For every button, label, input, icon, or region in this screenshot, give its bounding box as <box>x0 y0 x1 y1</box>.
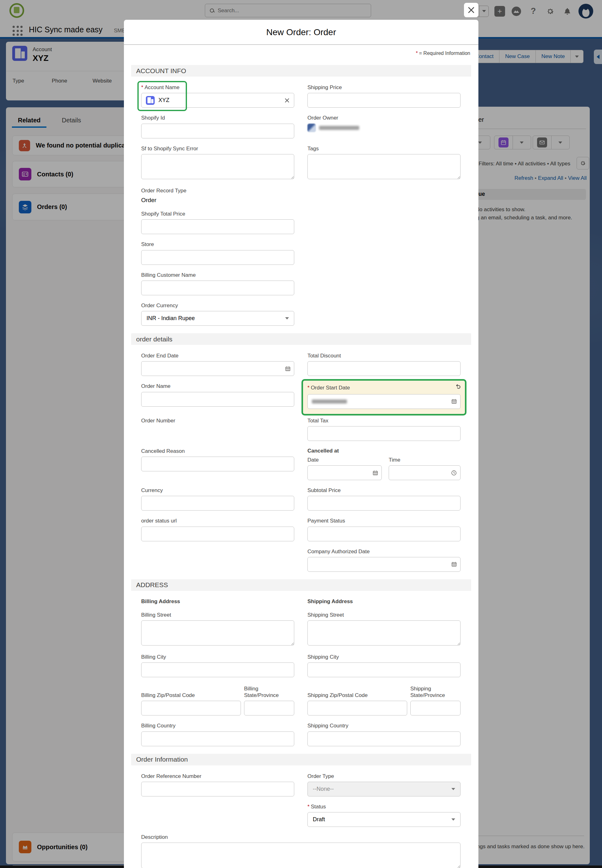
undo-icon[interactable] <box>456 384 461 391</box>
total-discount-input[interactable] <box>307 361 461 376</box>
field-order-end-date: Order End Date <box>141 352 294 376</box>
field-shopify-id: Shopify Id <box>141 115 294 138</box>
billing-zip-input[interactable] <box>141 701 241 716</box>
order-end-date-input[interactable] <box>141 361 294 376</box>
shipping-address-header: Shipping Address <box>307 598 461 605</box>
cancelled-date-input[interactable] <box>307 465 382 480</box>
field-order-status-url: order status url <box>141 518 294 541</box>
calendar-icon[interactable] <box>452 399 457 404</box>
shipping-city-input[interactable] <box>307 662 461 677</box>
shopify-id-input[interactable] <box>141 124 294 138</box>
billing-street-textarea[interactable] <box>141 621 294 645</box>
section-address: ADDRESS <box>131 579 471 591</box>
total-tax-input[interactable] <box>307 426 461 441</box>
modal-title: New Order: Order <box>124 20 478 45</box>
field-shipping-city: Shipping City <box>307 654 461 677</box>
field-order-type: Order Type --None-- <box>307 773 461 796</box>
subtotal-price-input[interactable] <box>307 496 461 510</box>
field-billing-customer-name: Billing Customer Name <box>141 272 294 295</box>
store-input[interactable] <box>141 250 294 265</box>
calendar-icon[interactable] <box>373 470 378 475</box>
field-order-record-type: Order Record Type Order <box>141 187 294 204</box>
shopify-total-price-input[interactable] <box>141 219 294 234</box>
billing-customer-name-input[interactable] <box>141 281 294 295</box>
order-owner-avatar <box>307 124 316 132</box>
field-shipping-country: Shipping Country <box>307 722 461 746</box>
modal-close-button[interactable] <box>464 3 478 17</box>
company-authorized-date-input[interactable] <box>307 557 461 572</box>
field-subtotal-price: Subtotal Price <box>307 487 461 510</box>
field-shipping-price: Shipping Price <box>307 84 461 108</box>
field-currency: Currency <box>141 487 294 510</box>
billing-state-input[interactable] <box>244 701 294 716</box>
field-cancelled-reason: Cancelled Reason <box>141 448 294 480</box>
account-pill-icon <box>146 96 155 105</box>
field-order-currency: Order Currency INR - Indian Rupee <box>141 302 294 326</box>
order-start-date-value-redacted <box>312 399 347 404</box>
calendar-icon[interactable] <box>452 562 457 567</box>
clock-icon[interactable] <box>451 470 457 476</box>
currency-input[interactable] <box>141 496 294 510</box>
field-shipping-street: Shipping Street <box>307 611 461 647</box>
order-owner-name-redacted <box>319 126 359 130</box>
order-start-date-highlight: *Order Start Date <box>301 379 467 415</box>
field-billing-zip-state: Billing Zip/Postal Code Billing State/Pr… <box>141 684 294 716</box>
shipping-zip-input[interactable] <box>307 701 407 716</box>
field-order-name: Order Name <box>141 383 294 410</box>
remove-selection-icon[interactable] <box>284 98 290 103</box>
order-currency-select[interactable]: INR - Indian Rupee <box>141 311 294 326</box>
order-type-select[interactable]: --None-- <box>307 782 461 796</box>
section-order-information: Order Information <box>131 754 471 765</box>
field-order-owner: Order Owner <box>307 115 461 138</box>
field-sync-error: Sf to Shopify Sync Error <box>141 145 294 180</box>
cancelled-time-input[interactable] <box>389 465 461 480</box>
account-name-lookup[interactable]: XYZ <box>141 93 294 108</box>
field-billing-street: Billing Street <box>141 611 294 647</box>
order-reference-number-input[interactable] <box>141 782 294 796</box>
field-order-number: Order Number <box>141 417 294 441</box>
cancelled-reason-input[interactable] <box>141 456 294 471</box>
billing-city-input[interactable] <box>141 662 294 677</box>
section-order-details: order details <box>131 333 471 345</box>
new-order-modal: New Order: Order *= Required Information… <box>124 20 478 868</box>
field-payment-status: Payment Status <box>307 518 461 541</box>
field-store: Store <box>141 241 294 264</box>
description-textarea[interactable] <box>141 843 461 868</box>
field-cancelled-at: Cancelled at Date Time <box>307 448 461 480</box>
sync-error-textarea[interactable] <box>141 154 294 179</box>
field-order-reference-number: Order Reference Number <box>141 773 294 796</box>
shipping-price-input[interactable] <box>307 93 461 108</box>
section-account-info: ACCOUNT INFO <box>131 65 471 77</box>
calendar-icon[interactable] <box>285 366 290 371</box>
billing-address-header: Billing Address <box>141 598 294 605</box>
required-info-note: *= Required Information <box>124 45 478 57</box>
billing-country-input[interactable] <box>141 731 294 746</box>
tags-textarea[interactable] <box>307 154 461 179</box>
shipping-state-input[interactable] <box>410 701 461 716</box>
field-status: *Status Draft <box>307 803 461 827</box>
field-company-authorized-date: Company Authorized Date <box>307 548 461 572</box>
field-description: Description <box>141 834 461 868</box>
field-shipping-zip-state: Shipping Zip/Postal Code Shipping State/… <box>307 684 461 716</box>
field-order-start-date: *Order Start Date <box>307 383 461 410</box>
shipping-country-input[interactable] <box>307 731 461 746</box>
order-name-input[interactable] <box>141 392 294 407</box>
field-shopify-total-price: Shopify Total Price <box>141 210 294 234</box>
field-tags: Tags <box>307 145 461 180</box>
account-pill-value: XYZ <box>158 97 281 104</box>
shipping-street-textarea[interactable] <box>307 621 461 645</box>
order-status-url-input[interactable] <box>141 527 294 541</box>
field-total-tax: Total Tax <box>307 417 461 441</box>
status-select[interactable]: Draft <box>307 812 461 827</box>
field-billing-city: Billing City <box>141 654 294 677</box>
field-billing-country: Billing Country <box>141 722 294 746</box>
order-record-type-value: Order <box>141 196 294 204</box>
field-total-discount: Total Discount <box>307 352 461 376</box>
field-account-name: *Account Name XYZ <box>141 84 294 108</box>
payment-status-input[interactable] <box>307 527 461 541</box>
